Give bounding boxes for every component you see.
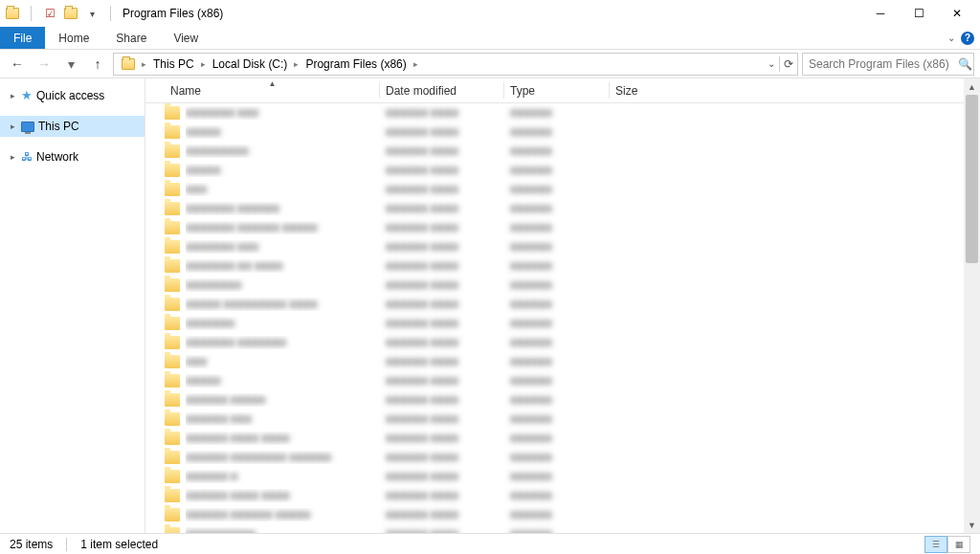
search-icon[interactable]: 🔍 [958,57,972,71]
list-item[interactable]: ■■■■■■ ■■■■■■■ ■■■■■■■■■■ [149,467,980,486]
properties-icon[interactable]: ☑ [41,5,58,22]
tab-file[interactable]: File [0,27,45,49]
folder-icon [165,470,180,483]
tab-view[interactable]: View [160,27,212,49]
list-item[interactable]: ■■■■■■■ ■■ ■■■■■■■■■■ ■■■■■■■■■■ [149,256,980,276]
tree-quick-access[interactable]: ▸ ★ Quick access [0,84,145,106]
folder-icon [165,451,180,464]
list-item[interactable]: ■■■■■■■■■ ■■■■■■■■■■ [149,180,980,199]
recent-locations-icon[interactable]: ▾ [59,53,82,76]
qat-customize-icon[interactable]: ▾ [83,5,100,22]
back-button[interactable]: ← [6,53,29,76]
chevron-right-icon[interactable]: ▸ [142,59,146,69]
tab-share[interactable]: Share [102,27,160,49]
details-view-button[interactable]: ☰ [924,536,947,553]
chevron-right-icon[interactable]: ▸ [413,59,418,69]
list-item[interactable]: ■■■■■■■ ■■■■■■■■■ ■■■■■■■■■■ [149,237,980,256]
star-icon: ★ [21,88,33,102]
file-list[interactable]: ■■■■■■■ ■■■■■■■■■ ■■■■■■■■■■ ■■■■■■■■■■■… [145,103,980,533]
folder-icon [165,202,180,215]
window-title: Program Files (x86) [122,7,223,20]
column-type[interactable]: Type [504,78,610,102]
status-bar: 25 items 1 item selected ☰ ▦ [0,533,980,554]
folder-icon [165,106,180,120]
ribbon-expand-icon[interactable]: ⌄ [947,33,955,43]
list-item[interactable]: ■■■■■■■ ■■■■■■■■■■■■ ■■■■■■■■■■ [149,199,980,218]
network-icon: 🖧 [21,150,33,164]
sort-asc-icon: ▲ [269,79,277,88]
list-item[interactable]: ■■■■■■ ■■■■■■■■■■■ ■■■■■■■■■■ [149,390,980,410]
folder-icon [165,125,180,139]
minimize-button[interactable]: ─ [861,2,900,25]
folder-icon [165,336,180,349]
folder-icon [165,164,180,177]
list-item[interactable]: ■■■■■ ■■■■■■■■■ ■■■■■■■■■■ ■■■■■■■■■■ [149,295,980,314]
list-item[interactable]: ■■■■■■■ ■■■■■■■■■ ■■■■■■■■■■ [149,103,980,122]
column-size[interactable]: Size [610,78,677,102]
list-item[interactable]: ■■■■■■ ■■■■ ■■■■■■■■■■ ■■■■■■■■■■ [149,486,980,505]
list-item[interactable]: ■■■■■■■■■ ■■■■■■■■■■ [149,352,980,371]
folder-content: ▲ Name Date modified Type Size ■■■■■■■ ■… [145,78,980,533]
titlebar: ☑ ▾ Program Files (x86) ─ ☐ ✕ [0,0,980,27]
folder-icon [165,508,180,521]
status-item-count: 25 items [10,538,53,551]
folder-icon [165,240,180,254]
tree-network[interactable]: ▸ 🖧 Network [0,146,145,167]
list-item[interactable]: ■■■■■■■■■■■■■ ■■■■■■■■■■ [149,314,980,333]
status-selected: 1 item selected [80,538,158,551]
scroll-thumb[interactable] [966,95,978,263]
address-folder-icon[interactable] [118,56,139,72]
tab-home[interactable]: Home [45,27,102,49]
vertical-scrollbar[interactable]: ▲ ▼ [964,78,980,533]
scroll-up-icon[interactable]: ▲ [964,78,980,95]
list-item[interactable]: ■■■■■■■ ■■■■■■■■■■■■■ ■■■■■■■■■■ [149,333,980,352]
this-pc-icon [21,122,34,132]
up-button[interactable]: ↑ [86,53,109,76]
address-bar[interactable]: ▸ This PC ▸ Local Disk (C:) ▸ Program Fi… [113,53,798,76]
large-icons-view-button[interactable]: ▦ [947,536,970,553]
chevron-right-icon[interactable]: ▸ [201,59,206,69]
list-item[interactable]: ■■■■■■■■■■■■■■■■ ■■■■■■■■■■ [149,524,980,533]
address-history-icon[interactable]: ⌄ [768,58,775,69]
folder-icon [165,393,180,407]
list-item[interactable]: ■■■■■■ ■■■■■■ ■■■■■■■■■■■ ■■■■■■■■■■ [149,505,980,524]
folder-icon [165,278,180,292]
close-button[interactable]: ✕ [938,2,976,25]
list-item[interactable]: ■■■■■■■■■■■■■■■ ■■■■■■■■■■ [149,142,980,161]
forward-button[interactable]: → [33,53,56,76]
chevron-right-icon[interactable]: ▸ [8,152,17,162]
chevron-right-icon[interactable]: ▸ [8,122,17,131]
folder-icon [165,144,180,158]
list-item[interactable]: ■■■■■■■■■■■ ■■■■■■■■■■ [149,161,980,180]
breadcrumb-folder[interactable]: Program Files (x86) [301,55,410,73]
refresh-icon[interactable]: ⟳ [784,57,793,71]
help-button[interactable]: ? [961,32,974,45]
folder-icon [165,374,180,388]
search-box[interactable]: 🔍 [802,53,974,76]
new-folder-icon[interactable] [62,5,79,22]
maximize-button[interactable]: ☐ [900,2,938,25]
scroll-track[interactable] [964,95,980,517]
chevron-right-icon[interactable]: ▸ [8,91,17,100]
list-item[interactable]: ■■■■■■ ■■■■ ■■■■■■■■■■ ■■■■■■■■■■ [149,429,980,448]
tree-label: This PC [38,120,79,133]
folder-icon [165,259,180,273]
list-item[interactable]: ■■■■■■■■■■■ ■■■■■■■■■■ [149,371,980,390]
list-item[interactable]: ■■■■■■■■■■■■■■ ■■■■■■■■■■ [149,276,980,295]
breadcrumb-this-pc[interactable]: This PC [149,55,198,73]
search-input[interactable] [809,57,952,71]
ribbon-tabs: File Home Share View ⌄ ? [0,27,980,50]
list-item[interactable]: ■■■■■■■ ■■■■■■ ■■■■■■■■■■■ ■■■■■■■■■■ [149,218,980,237]
list-item[interactable]: ■■■■■■ ■■■■■■■■■ ■■■■■■■■■■ [149,410,980,429]
folder-app-icon [4,5,21,22]
column-name[interactable]: ▲ Name [165,78,380,102]
tree-this-pc[interactable]: ▸ This PC [0,116,145,137]
list-item[interactable]: ■■■■■■ ■■■■■■■■ ■■■■■■■■■■■■ ■■■■■■■■■■ [149,448,980,467]
quick-access-toolbar: ☑ ▾ [4,5,117,22]
chevron-right-icon[interactable]: ▸ [294,59,299,69]
list-item[interactable]: ■■■■■■■■■■■ ■■■■■■■■■■ [149,122,980,142]
scroll-down-icon[interactable]: ▼ [964,517,980,533]
column-date[interactable]: Date modified [380,78,504,102]
folder-icon [165,317,180,330]
breadcrumb-drive[interactable]: Local Disk (C:) [209,55,292,73]
